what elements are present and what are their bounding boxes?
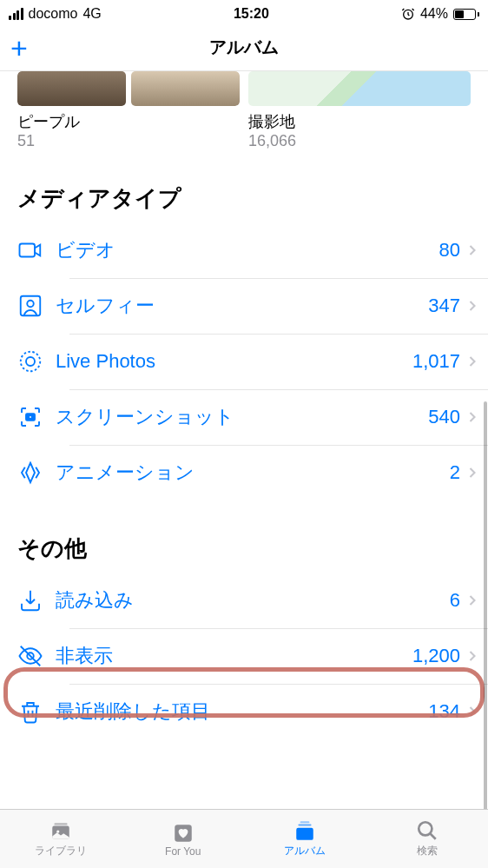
svg-rect-10 <box>55 823 68 825</box>
row-imports-count: 6 <box>450 589 460 612</box>
row-screenshots-count: 540 <box>428 406 460 428</box>
svg-rect-15 <box>300 821 310 823</box>
svg-point-4 <box>26 357 35 366</box>
places-thumb <box>248 71 471 106</box>
chevron-right-icon <box>464 703 481 720</box>
row-screenshots[interactable]: スクリーンショット 540 <box>0 389 488 445</box>
chevron-right-icon <box>464 464 481 481</box>
row-deleted-count: 134 <box>428 700 460 723</box>
person-square-icon <box>17 293 56 319</box>
album-people-label: ピープル <box>17 111 240 132</box>
tab-library-label: ライブラリ <box>35 844 87 858</box>
add-button[interactable]: + <box>10 33 28 63</box>
section-media-types: メディアタイプ <box>0 150 488 222</box>
svg-point-3 <box>27 301 34 308</box>
album-places-label: 撮影地 <box>248 111 471 132</box>
album-people-count: 51 <box>17 132 240 150</box>
chevron-right-icon <box>464 408 481 426</box>
row-deleted-label: 最近削除した項目 <box>56 699 428 725</box>
row-videos-count: 80 <box>439 239 460 262</box>
row-selfies-label: セルフィー <box>56 293 428 319</box>
album-places-count: 16,066 <box>248 132 471 150</box>
chevron-right-icon <box>464 592 481 609</box>
tab-search[interactable]: 検索 <box>366 810 489 868</box>
battery-pct: 44% <box>420 6 448 22</box>
livephoto-icon <box>17 348 56 374</box>
albums-icon <box>292 819 318 842</box>
svg-point-5 <box>21 352 41 372</box>
chevron-right-icon <box>464 297 481 315</box>
video-icon <box>17 237 56 263</box>
row-videos-label: ビデオ <box>56 237 439 263</box>
heart-square-icon <box>170 821 196 844</box>
svg-rect-14 <box>299 824 312 825</box>
people-thumb <box>17 71 240 106</box>
tab-bar: ライブラリ For You アルバム 検索 <box>0 809 488 868</box>
tab-search-label: 検索 <box>417 844 438 858</box>
alarm-icon <box>401 7 415 21</box>
tab-foryou[interactable]: For You <box>122 810 245 868</box>
row-live[interactable]: Live Photos 1,017 <box>0 334 488 389</box>
screenshot-icon <box>17 404 56 430</box>
row-selfies-count: 347 <box>428 295 460 317</box>
svg-rect-2 <box>21 296 41 316</box>
row-imports[interactable]: 読み込み 6 <box>0 573 488 628</box>
row-hidden[interactable]: 非表示 1,200 <box>0 628 488 684</box>
row-deleted[interactable]: 最近削除した項目 134 <box>0 684 488 739</box>
tab-albums-label: アルバム <box>284 844 326 858</box>
row-imports-label: 読み込み <box>56 587 450 613</box>
search-icon <box>414 819 440 842</box>
section-other: その他 <box>0 500 488 573</box>
row-hidden-label: 非表示 <box>56 643 412 669</box>
battery-icon <box>453 9 479 20</box>
import-icon <box>17 587 56 613</box>
tab-foryou-label: For You <box>165 845 201 858</box>
eye-slash-icon <box>17 643 56 669</box>
clock: 15:20 <box>234 6 269 22</box>
svg-point-16 <box>419 822 432 835</box>
content-scroll[interactable]: ピープル 51 撮影地 16,066 メディアタイプ ビデオ 80 セルフィー … <box>0 71 488 809</box>
signal-icon <box>9 8 23 20</box>
svg-rect-13 <box>297 828 314 840</box>
row-animated[interactable]: アニメーション 2 <box>0 445 488 500</box>
row-live-count: 1,017 <box>412 350 460 373</box>
row-animated-label: アニメーション <box>56 460 450 486</box>
row-screenshots-label: スクリーンショット <box>56 404 428 430</box>
row-videos[interactable]: ビデオ 80 <box>0 222 488 278</box>
row-live-label: Live Photos <box>56 350 412 373</box>
scroll-indicator <box>484 401 487 809</box>
page-title: アルバム <box>209 36 279 59</box>
nav-bar: + アルバム <box>0 24 488 71</box>
library-icon <box>48 819 74 842</box>
tab-library[interactable]: ライブラリ <box>0 810 122 868</box>
carrier-label: docomo <box>29 6 78 22</box>
album-places[interactable]: 撮影地 16,066 <box>248 71 471 150</box>
album-people[interactable]: ピープル 51 <box>17 71 240 150</box>
animated-icon <box>17 460 56 486</box>
network-label: 4G <box>82 6 101 22</box>
status-bar: docomo 4G 15:20 44% <box>0 0 488 24</box>
row-animated-count: 2 <box>450 461 460 484</box>
chevron-right-icon <box>464 647 481 665</box>
trash-icon <box>17 699 56 725</box>
svg-rect-1 <box>20 244 36 257</box>
row-selfies[interactable]: セルフィー 347 <box>0 278 488 334</box>
chevron-right-icon <box>464 242 481 259</box>
tab-albums[interactable]: アルバム <box>244 810 366 868</box>
chevron-right-icon <box>464 353 481 370</box>
row-hidden-count: 1,200 <box>412 645 460 667</box>
svg-point-7 <box>29 415 32 419</box>
